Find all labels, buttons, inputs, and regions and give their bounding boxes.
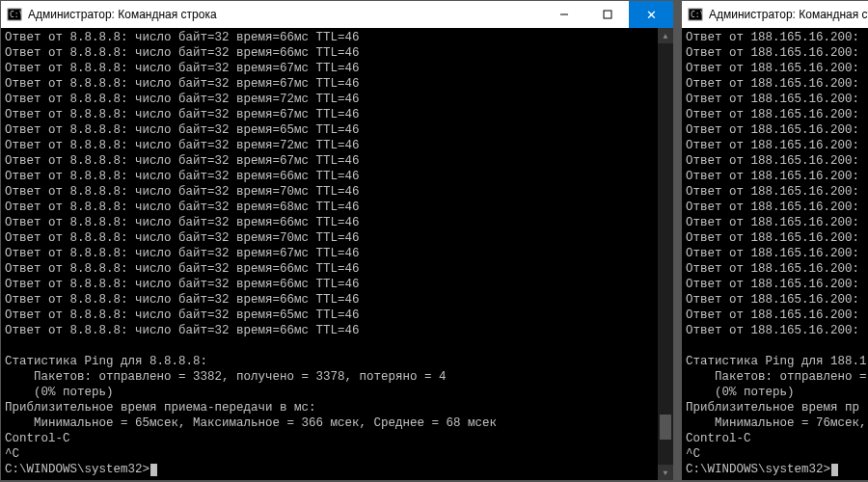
cmd-icon: C:\ [688, 7, 703, 22]
window-buttons: ✕ [542, 1, 673, 28]
terminal-line: Ответ от 188.165.16.200: [686, 30, 868, 45]
terminal-line: Ответ от 8.8.8.8: число байт=32 время=66… [5, 292, 669, 308]
terminal-line: Ответ от 8.8.8.8: число байт=32 время=67… [5, 76, 669, 92]
cursor [831, 464, 838, 476]
terminal-line: Ответ от 8.8.8.8: число байт=32 время=66… [5, 261, 669, 277]
scroll-up-button[interactable]: ▲ [658, 28, 673, 43]
terminal-line: Ответ от 188.165.16.200: [686, 292, 868, 308]
window-title: Администратор: Командная строка [28, 8, 217, 21]
terminal-line: Ответ от 188.165.16.200: [686, 122, 868, 138]
terminal-line: Ответ от 188.165.16.200: [686, 277, 868, 292]
terminal-line: Ответ от 188.165.16.200: [686, 215, 868, 230]
terminal-output[interactable]: Ответ от 188.165.16.200:Ответ от 188.165… [682, 28, 868, 480]
cmd-icon: C:\ [7, 7, 22, 22]
terminal-line: Пакетов: отправлено = [686, 369, 868, 385]
svg-rect-3 [604, 11, 611, 18]
terminal-line: Ответ от 8.8.8.8: число байт=32 время=66… [5, 215, 669, 230]
titlebar[interactable]: C:\ Администратор: Командная строка ✕ [1, 1, 673, 28]
terminal-line: ^C [686, 446, 868, 462]
terminal-line: Минимальное = 65мсек, Максимальное = 366… [5, 415, 669, 431]
terminal-line: (0% потерь) [5, 385, 669, 400]
terminal-line: Ответ от 188.165.16.200: [686, 200, 868, 215]
terminal-line: Статистика Ping для 188.1 [686, 354, 868, 369]
terminal-line: Ответ от 188.165.16.200: [686, 45, 868, 61]
terminal-line: Ответ от 188.165.16.200: [686, 308, 868, 323]
terminal-line: C:\WINDOWS\system32> [5, 462, 669, 477]
terminal-line: Ответ от 188.165.16.200: [686, 138, 868, 153]
cmd-window-right: C:\ Администратор: Командная ст Ответ от… [681, 0, 868, 481]
terminal-line: Приблизительное время приема-передачи в … [5, 400, 669, 415]
terminal-line: Ответ от 8.8.8.8: число байт=32 время=67… [5, 153, 669, 169]
terminal-line: Ответ от 188.165.16.200: [686, 169, 868, 184]
terminal-line: Ответ от 8.8.8.8: число байт=32 время=70… [5, 184, 669, 200]
terminal-line: Ответ от 188.165.16.200: [686, 92, 868, 107]
terminal-output[interactable]: Ответ от 8.8.8.8: число байт=32 время=66… [1, 28, 673, 480]
terminal-line: Control-C [5, 431, 669, 446]
scroll-thumb[interactable] [660, 415, 671, 440]
terminal-line: Ответ от 188.165.16.200: [686, 184, 868, 200]
terminal-line: Ответ от 188.165.16.200: [686, 261, 868, 277]
minimize-button[interactable] [542, 1, 585, 28]
terminal-line: Ответ от 188.165.16.200: [686, 153, 868, 169]
maximize-button[interactable] [585, 1, 629, 28]
svg-text:C:\: C:\ [10, 11, 22, 19]
titlebar[interactable]: C:\ Администратор: Командная ст [682, 1, 868, 28]
terminal-line: Ответ от 188.165.16.200: [686, 76, 868, 92]
terminal-line: Ответ от 8.8.8.8: число байт=32 время=67… [5, 246, 669, 261]
terminal-line: Ответ от 188.165.16.200: [686, 61, 868, 76]
terminal-line: (0% потерь) [686, 385, 868, 400]
terminal-line: Статистика Ping для 8.8.8.8: [5, 354, 669, 369]
scroll-track[interactable] [658, 43, 673, 465]
terminal-line: Ответ от 188.165.16.200: [686, 230, 868, 246]
cursor [150, 464, 157, 476]
terminal-line: Ответ от 188.165.16.200: [686, 246, 868, 261]
terminal-line: Control-C [686, 431, 868, 446]
terminal-line [686, 338, 868, 354]
terminal-line: Ответ от 8.8.8.8: число байт=32 время=66… [5, 169, 669, 184]
close-button[interactable]: ✕ [629, 1, 673, 28]
scrollbar[interactable]: ▲ ▼ [658, 28, 673, 480]
terminal-line: Ответ от 8.8.8.8: число байт=32 время=66… [5, 323, 669, 338]
window-title: Администратор: Командная ст [709, 8, 868, 21]
terminal-line: Ответ от 8.8.8.8: число байт=32 время=67… [5, 61, 669, 76]
svg-text:C:\: C:\ [691, 11, 703, 19]
terminal-line: Ответ от 188.165.16.200: [686, 107, 868, 122]
terminal-line: Ответ от 8.8.8.8: число байт=32 время=72… [5, 138, 669, 153]
cmd-window-left: C:\ Администратор: Командная строка ✕ От… [0, 0, 674, 481]
terminal-line: Ответ от 8.8.8.8: число байт=32 время=66… [5, 45, 669, 61]
terminal-line: C:\WINDOWS\system32> [686, 462, 868, 477]
terminal-line: Ответ от 8.8.8.8: число байт=32 время=66… [5, 30, 669, 45]
terminal-line: Ответ от 8.8.8.8: число байт=32 время=70… [5, 230, 669, 246]
terminal-line: Ответ от 8.8.8.8: число байт=32 время=65… [5, 308, 669, 323]
terminal-line: Приблизительное время пр [686, 400, 868, 415]
terminal-line: Ответ от 8.8.8.8: число байт=32 время=65… [5, 122, 669, 138]
terminal-line: Пакетов: отправлено = 3382, получено = 3… [5, 369, 669, 385]
close-icon: ✕ [646, 9, 657, 21]
terminal-line: Ответ от 8.8.8.8: число байт=32 время=67… [5, 107, 669, 122]
terminal-line: Ответ от 8.8.8.8: число байт=32 время=66… [5, 277, 669, 292]
terminal-line [5, 338, 669, 354]
terminal-line: Ответ от 8.8.8.8: число байт=32 время=68… [5, 200, 669, 215]
terminal-line: Ответ от 188.165.16.200: [686, 323, 868, 338]
terminal-line: Минимальное = 76мсек, [686, 415, 868, 431]
terminal-line: ^C [5, 446, 669, 462]
scroll-down-button[interactable]: ▼ [658, 465, 673, 480]
terminal-line: Ответ от 8.8.8.8: число байт=32 время=72… [5, 92, 669, 107]
